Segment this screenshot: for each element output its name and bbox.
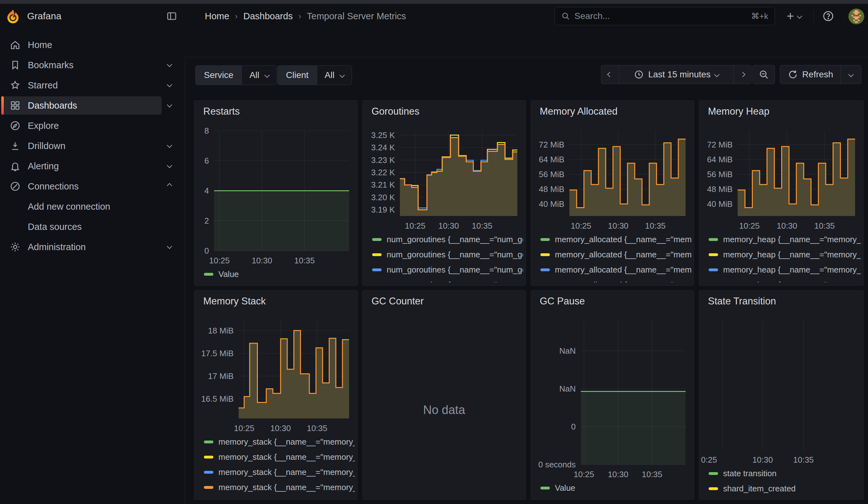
service-variable: Service All [195,65,277,85]
panel-title[interactable]: GC Counter [372,296,424,307]
legend-item[interactable]: memory_allocated {__name__="memo [540,247,691,262]
legend-swatch [204,441,213,443]
chevron-down-icon[interactable] [167,244,172,249]
svg-text:10:30: 10:30 [270,423,291,433]
svg-text:10:30: 10:30 [777,221,797,230]
chevron-down-icon[interactable] [167,163,172,168]
legend-swatch [540,253,550,256]
time-forward-button[interactable] [734,65,751,84]
svg-text:10:30: 10:30 [753,455,773,464]
breadcrumb-dashboards[interactable]: Dashboards [244,11,292,21]
compass-icon [9,120,21,131]
panel-legend: memory_stack {__name__="memory_smemory_s… [204,434,355,496]
breadcrumb-separator: › [235,11,238,21]
search-icon [561,12,570,21]
plot-area[interactable]: 0 seconds0NaNNaN10:2510:3010:35 [531,290,694,499]
svg-text:40 MiB: 40 MiB [707,199,733,209]
legend-item[interactable]: memory_stack {__name__="memory_s [204,434,355,449]
legend-item[interactable]: num_goroutines {__name__="num_go [372,247,523,262]
legend-item[interactable]: state transition [709,466,861,481]
legend-label: memory_heap {__name__="memory_h [723,265,861,275]
legend-item[interactable]: memory_heap {__name__="memory_h [709,232,861,247]
service-variable-value[interactable]: All [241,66,276,85]
legend-swatch [372,238,382,241]
chevron-down-icon[interactable] [167,143,172,148]
panel-legend: Value [204,267,355,282]
sidebar-item-label: Home [28,35,52,55]
legend-swatch [204,471,213,474]
help-button[interactable] [820,7,836,25]
legend-item[interactable]: memory_stack {__name__="memory_s [204,464,355,480]
client-variable-value[interactable]: All [317,66,352,85]
legend-item[interactable]: memory_stack {__name__="memory_s [204,480,355,495]
add-button[interactable] [781,7,806,25]
drilldown-icon [9,140,21,152]
chevron-down-icon[interactable] [167,102,172,108]
svg-text:56 MiB: 56 MiB [707,169,733,179]
breadcrumb-home[interactable]: Home [205,11,229,21]
svg-text:10:25: 10:25 [234,423,255,433]
sidebar-item-connections[interactable]: Connections [0,176,185,196]
panel-goroutines: Goroutines3.19 K3.20 K3.21 K3.22 K3.23 K… [362,101,526,286]
legend-label: memory_allocated {__name__="memo [555,265,691,275]
sidebar-item-bookmarks[interactable]: Bookmarks [0,55,185,75]
legend-item[interactable]: num_goroutines {__name__="num_go [372,262,523,277]
grid-icon [9,100,21,111]
time-back-button[interactable] [601,65,619,84]
sidebar-item-explore[interactable]: Explore [0,116,185,136]
brand-name[interactable]: Grafana [27,4,61,28]
sidebar-item-dashboards[interactable]: Dashboards [0,95,185,116]
time-range-label: Last 15 minutes [648,70,711,80]
user-avatar[interactable] [848,9,864,24]
refresh-button[interactable]: Refresh [780,65,840,84]
panel-memory_heap: Memory Heap40 MiB48 MiB56 MiB64 MiB72 Mi… [699,101,864,286]
svg-text:3.25 K: 3.25 K [371,131,395,140]
sidebar-item-add-new-connection[interactable]: Add new connection [0,196,185,217]
legend-item[interactable]: memory_heap {__name__="memory_h [709,262,861,277]
legend-item[interactable]: memory_allocated {__name__="memo [540,262,691,277]
legend-label: num_goroutines {__name__="num_go [387,235,523,245]
help-icon [822,10,834,22]
legend-item[interactable]: memory_allocated {__name__="memo [540,277,691,282]
chevron-down-icon [339,73,345,78]
legend-item[interactable]: num_goroutines {__name__="num_go [372,277,523,282]
svg-text:3.21 K: 3.21 K [371,180,395,189]
legend-item[interactable]: memory_heap {__name__="memory_h [709,247,861,262]
legend-label: memory_stack {__name__="memory_s [218,467,355,477]
legend-item[interactable]: memory_stack {__name__="memory_s [204,449,355,464]
legend-item[interactable]: Value [204,267,355,282]
sidebar-item-administration[interactable]: Administration [0,237,185,257]
sidebar-item-starred[interactable]: Starred [0,75,185,95]
chevron-up-icon[interactable] [167,183,172,188]
sidebar-item-home[interactable]: Home [0,35,185,55]
home-icon [9,39,21,51]
legend-item[interactable]: shard_item_created [709,481,861,496]
svg-text:18 MiB: 18 MiB [208,326,234,336]
sidebar: HomeBookmarksStarredDashboardsExploreDri… [0,28,185,504]
service-selected-value: All [249,70,259,80]
legend-item[interactable]: memory_heap {__name__="memory_h [709,277,861,282]
svg-text:10:35: 10:35 [793,455,814,464]
plot-area[interactable]: 0246810:2510:3010:35 [194,101,357,286]
legend-label: memory_stack {__name__="memory_s [218,437,355,447]
sidebar-item-data-sources[interactable]: Data sources [0,217,185,237]
search-input[interactable]: Search... ⌘+k [555,7,775,25]
sidebar-item-alerting[interactable]: Alerting [0,156,185,176]
chevron-down-icon[interactable] [167,62,172,67]
legend-item[interactable]: num_goroutines {__name__="num_go [372,232,523,247]
svg-text:0: 0 [571,422,576,431]
time-range-picker[interactable]: Last 15 minutes [619,65,734,84]
dock-sidebar-toggle-icon[interactable] [164,10,177,23]
svg-text:10:30: 10:30 [608,470,628,479]
legend-item[interactable]: memory_allocated {__name__="memo [540,232,691,247]
svg-text:2: 2 [205,216,209,225]
sidebar-item-label: Add new connection [28,196,110,217]
sidebar-item-drilldown[interactable]: Drilldown [0,136,185,156]
svg-text:10:30: 10:30 [438,221,459,230]
legend-label: memory_allocated {__name__="memo [555,250,691,260]
chevron-down-icon[interactable] [167,82,172,88]
zoom-out-button[interactable] [753,65,775,84]
refresh-interval-button[interactable] [840,65,861,84]
svg-text:72 MiB: 72 MiB [707,140,733,150]
legend-item[interactable]: Value [540,480,691,495]
